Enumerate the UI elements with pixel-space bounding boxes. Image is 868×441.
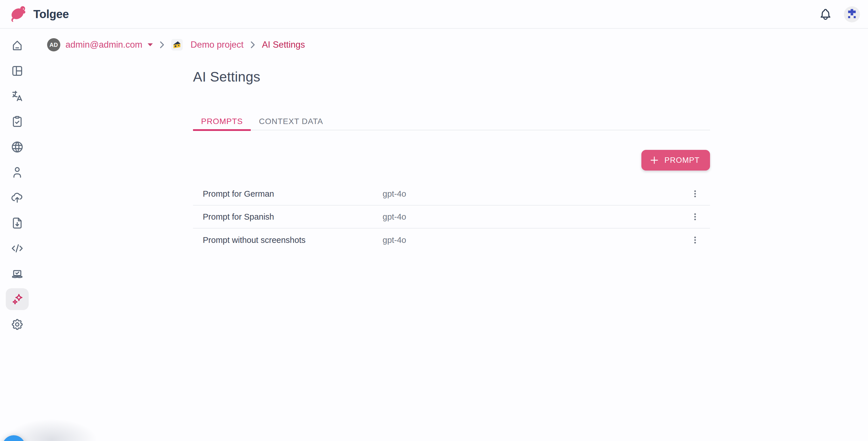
prompt-row[interactable]: Prompt without screenshots gpt-4o [193, 228, 710, 252]
prompt-list: Prompt for German gpt-4o Prompt for Span… [193, 183, 710, 252]
gear-icon [11, 318, 24, 331]
add-prompt-button-label: PROMPT [664, 156, 700, 165]
tolgee-mouse-icon [8, 4, 29, 24]
prompt-name: Prompt for Spanish [203, 212, 382, 222]
project-avatar [171, 39, 183, 51]
prompt-model: gpt-4o [382, 235, 687, 245]
prompt-model: gpt-4o [382, 189, 687, 199]
breadcrumb-project-link[interactable]: Demo project [171, 39, 244, 51]
prompt-menu-kebab-icon[interactable] [687, 186, 703, 202]
sidebar-item-developer[interactable] [0, 261, 34, 287]
cheese-icon [173, 40, 181, 49]
breadcrumb-current-page[interactable]: AI Settings [262, 40, 305, 50]
sidebar-item-import[interactable] [0, 185, 34, 210]
sidebar-item-dashboard[interactable] [0, 58, 34, 83]
active-tab-indicator [193, 129, 251, 131]
user-initials-avatar[interactable]: AD [47, 38, 60, 52]
sidebar-item-settings[interactable] [0, 312, 34, 337]
prompt-model: gpt-4o [382, 212, 687, 222]
prompt-menu-kebab-icon[interactable] [687, 209, 703, 225]
sidebar-item-languages[interactable] [0, 134, 34, 160]
file-download-icon [11, 217, 24, 230]
laptop-check-icon [11, 267, 24, 281]
code-icon [11, 242, 24, 255]
tab-prompts-label: PROMPTS [201, 117, 243, 126]
prompt-name: Prompt without screenshots [203, 235, 382, 245]
tab-context-data-label: CONTEXT DATA [259, 117, 323, 126]
globe-icon [11, 140, 24, 154]
sidebar-item-export[interactable] [0, 211, 34, 236]
user-icon [11, 166, 24, 179]
sparkles-ai-icon [11, 292, 24, 306]
sidebar-item-home[interactable] [0, 33, 34, 58]
notifications-bell-icon[interactable] [816, 5, 835, 24]
dashboard-layout-icon [11, 64, 24, 77]
language-icon [11, 90, 24, 103]
sidebar-item-ai-settings[interactable] [0, 287, 34, 312]
add-prompt-button[interactable]: PROMPT [641, 150, 710, 170]
breadcrumb-project-label: Demo project [191, 40, 244, 50]
prompt-row[interactable]: Prompt for German gpt-4o [193, 183, 710, 206]
prompt-name: Prompt for German [203, 189, 382, 199]
tab-prompts[interactable]: PROMPTS [193, 113, 251, 130]
top-app-bar: Tolgee [0, 0, 868, 29]
breadcrumb-user-label: admin@admin.com [65, 40, 143, 50]
chevron-right-icon [160, 41, 164, 49]
plus-icon [649, 155, 659, 165]
tab-bar: PROMPTS CONTEXT DATA [193, 113, 710, 130]
page-title: AI Settings [193, 69, 260, 85]
tolgee-app: Tolgee [0, 0, 868, 441]
sidebar-nav [0, 29, 34, 441]
cloud-upload-icon [11, 191, 24, 204]
sidebar-item-integrate[interactable] [0, 236, 34, 261]
app-title: Tolgee [33, 8, 69, 21]
caret-down-icon [148, 43, 153, 46]
identicon-icon [846, 8, 858, 21]
tab-context-data[interactable]: CONTEXT DATA [251, 113, 331, 130]
prompt-menu-kebab-icon[interactable] [687, 232, 703, 248]
appbar-actions [816, 0, 860, 29]
user-avatar[interactable] [844, 6, 860, 22]
home-icon [11, 39, 24, 52]
breadcrumb: AD admin@admin.com Demo project AI Setti… [47, 29, 868, 61]
sidebar-item-members[interactable] [0, 160, 34, 185]
sidebar-item-translations[interactable] [0, 84, 34, 109]
prompt-row[interactable]: Prompt for Spanish gpt-4o [193, 206, 710, 228]
chevron-right-icon [250, 41, 255, 49]
tolgee-logo[interactable]: Tolgee [8, 4, 69, 24]
clipboard-check-icon [11, 115, 24, 128]
breadcrumb-user-menu[interactable]: admin@admin.com [65, 40, 153, 50]
sidebar-item-tasks[interactable] [0, 109, 34, 134]
